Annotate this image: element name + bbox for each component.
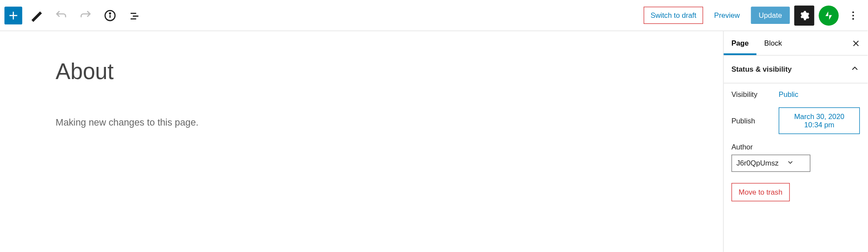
switch-to-draft-button[interactable]: Switch to draft — [644, 7, 703, 24]
update-button[interactable]: Update — [751, 7, 790, 24]
editor-canvas[interactable]: About Making new changes to this page. — [0, 31, 723, 252]
move-to-trash-button[interactable]: Move to trash — [731, 183, 789, 201]
status-visibility-panel-header[interactable]: Status & visibility — [724, 56, 868, 83]
visibility-value[interactable]: Public — [779, 90, 798, 98]
publish-date-button[interactable]: March 30, 2020 10:34 pm — [779, 107, 860, 134]
jetpack-button[interactable] — [818, 5, 838, 25]
svg-point-4 — [109, 13, 111, 14]
settings-sidebar: Page Block Status & visibility Visibilit… — [723, 31, 868, 252]
visibility-row: Visibility Public — [731, 90, 860, 98]
svg-point-9 — [852, 14, 854, 16]
panel-title: Status & visibility — [731, 65, 792, 73]
author-row: Author J6r0QpUmsz — [731, 143, 860, 172]
tab-page[interactable]: Page — [724, 31, 757, 55]
author-label: Author — [731, 143, 860, 151]
edit-mode-button[interactable] — [26, 5, 46, 25]
page-body-paragraph[interactable]: Making new changes to this page. — [56, 117, 723, 129]
close-sidebar-button[interactable] — [848, 35, 864, 51]
tab-block[interactable]: Block — [756, 31, 790, 55]
sidebar-tabs: Page Block — [724, 31, 868, 56]
redo-button[interactable] — [76, 5, 96, 25]
chevron-down-icon — [786, 159, 794, 168]
status-visibility-panel-body: Visibility Public Publish March 30, 2020… — [724, 83, 868, 208]
visibility-label: Visibility — [731, 90, 779, 98]
outline-button[interactable] — [125, 5, 145, 25]
more-options-button[interactable] — [843, 5, 863, 25]
toolbar-right: Switch to draft Preview Update — [644, 5, 863, 25]
toolbar-left — [4, 5, 145, 25]
author-select[interactable]: J6r0QpUmsz — [731, 155, 810, 172]
author-value: J6r0QpUmsz — [736, 159, 779, 167]
publish-label: Publish — [731, 116, 779, 125]
undo-button[interactable] — [51, 5, 71, 25]
add-block-button[interactable] — [4, 7, 22, 24]
info-button[interactable] — [100, 5, 120, 25]
svg-point-8 — [852, 11, 854, 13]
chevron-up-icon — [850, 63, 860, 75]
svg-point-10 — [852, 18, 854, 20]
preview-button[interactable]: Preview — [707, 7, 746, 24]
top-toolbar: Switch to draft Preview Update — [0, 0, 868, 31]
publish-row: Publish March 30, 2020 10:34 pm — [731, 107, 860, 134]
settings-button[interactable] — [794, 5, 814, 25]
page-title[interactable]: About — [56, 59, 723, 84]
